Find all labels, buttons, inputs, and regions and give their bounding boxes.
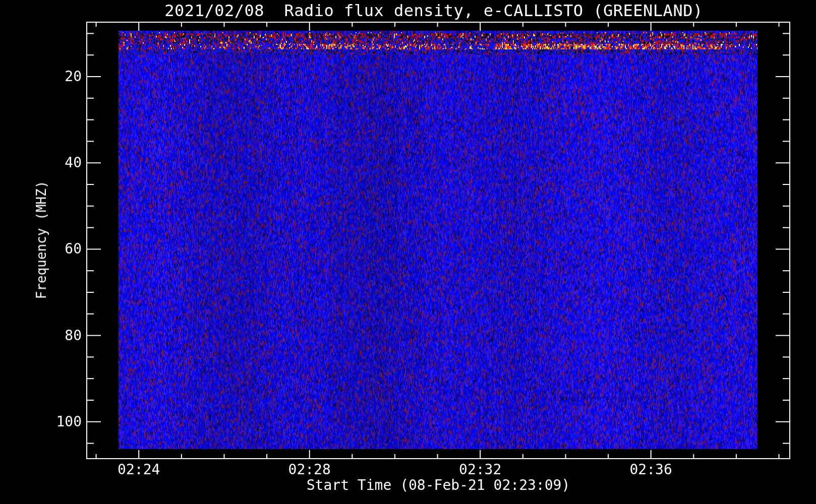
plot-axes-frame bbox=[0, 0, 816, 504]
x-tick-label: 02:28 bbox=[288, 461, 331, 478]
x-tick-label: 02:32 bbox=[459, 461, 501, 478]
chart-title: 2021/02/08 Radio flux density, e-CALLIST… bbox=[81, 1, 787, 20]
callisto-spectrogram-screen: 2021/02/08 Radio flux density, e-CALLIST… bbox=[0, 0, 816, 504]
y-tick-label: 100 bbox=[0, 413, 82, 430]
y-tick-label: 80 bbox=[0, 327, 82, 343]
x-tick-label: 02:36 bbox=[630, 461, 672, 478]
x-axis-title: Start Time (08-Feb-21 02:23:09) bbox=[87, 477, 790, 493]
x-tick-label: 02:24 bbox=[118, 461, 160, 478]
y-axis-title: Frequency (MHZ) bbox=[34, 181, 49, 299]
y-tick-label: 40 bbox=[0, 154, 82, 171]
y-tick-label: 60 bbox=[0, 240, 82, 257]
y-tick-label: 20 bbox=[0, 68, 82, 85]
